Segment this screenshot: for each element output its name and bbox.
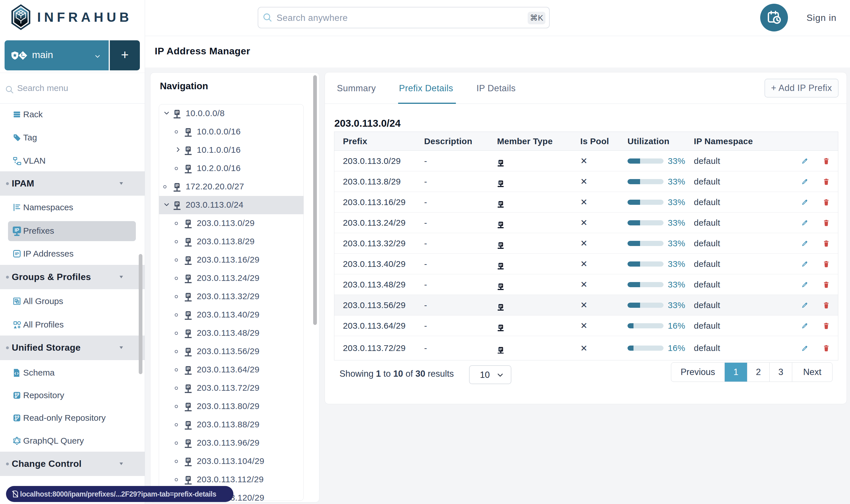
svg-text:IP: IP [15, 251, 19, 256]
svg-text:IP: IP [15, 227, 19, 233]
